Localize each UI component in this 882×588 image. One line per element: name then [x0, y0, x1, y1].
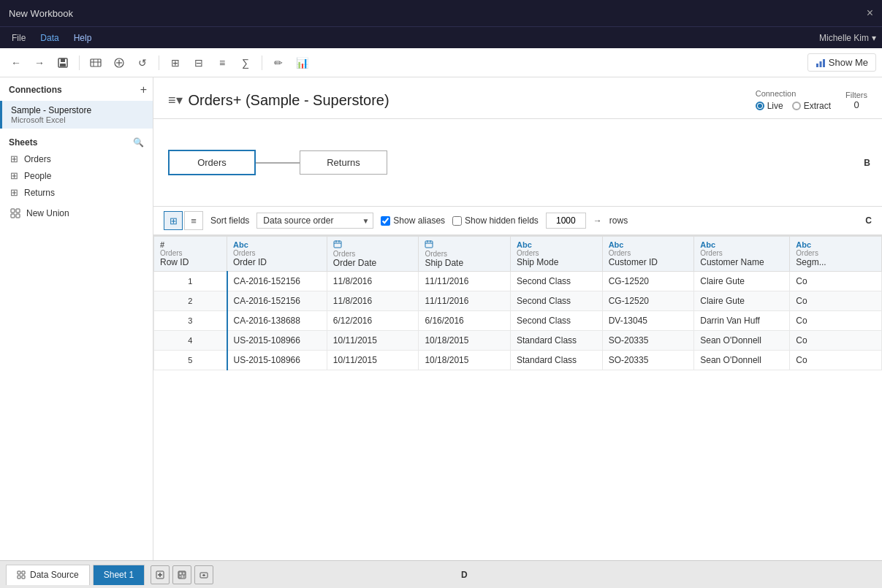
filters-section: Filters 0 [845, 91, 867, 110]
join-table-orders[interactable]: Orders [168, 150, 256, 175]
td-shipdate-3: 6/16/2016 [419, 311, 511, 331]
toolbar-btn-3[interactable]: ⊞ [165, 53, 186, 73]
th-customername-name: Customer Name [700, 257, 783, 267]
refresh-button[interactable]: ↺ [132, 53, 153, 73]
grid-view-button[interactable]: ⊞ [164, 211, 183, 230]
sheet1-tab[interactable]: Sheet 1 [93, 565, 145, 585]
add-sheet-button[interactable] [151, 565, 170, 584]
toolbar-btn-2[interactable] [109, 53, 129, 73]
view-toggle: ⊞ ≡ [164, 211, 203, 230]
save-button[interactable] [53, 53, 73, 73]
menu-items: File Data Help [6, 30, 97, 46]
svg-rect-1 [61, 58, 65, 62]
toolbar-separator-3 [262, 56, 262, 70]
svg-rect-35 [179, 576, 181, 578]
toolbar-btn-8[interactable]: 📊 [292, 53, 312, 73]
data-table: # Orders Row ID Abc Orders Order ID [153, 236, 882, 370]
svg-rect-14 [16, 209, 20, 213]
add-story-button[interactable] [194, 565, 213, 584]
show-me-button[interactable]: Show Me [807, 53, 876, 72]
nav-forward-button[interactable]: → [29, 53, 50, 73]
th-orderid-source: Orders [233, 249, 321, 257]
rows-label: rows [609, 215, 628, 226]
close-button[interactable]: × [867, 7, 873, 20]
td-shipmode-1: Second Class [511, 272, 603, 291]
show-aliases-label[interactable]: Show aliases [381, 215, 445, 226]
new-datasource-button[interactable] [85, 53, 106, 73]
live-option[interactable]: Live [756, 101, 783, 111]
new-union-item[interactable]: New Union [0, 204, 153, 223]
table-header-row: # Orders Row ID Abc Orders Order ID [154, 237, 882, 272]
td-shipdate-5: 10/18/2015 [419, 351, 511, 370]
menu-data[interactable]: Data [34, 30, 64, 46]
rows-input[interactable] [546, 213, 586, 229]
td-orderid-3: CA-2016-138688 [227, 311, 327, 331]
label-c: C [865, 215, 872, 226]
search-sheets-button[interactable]: 🔍 [133, 137, 144, 148]
label-b: B [864, 158, 870, 168]
connection-group: Connection Live Extract [756, 89, 831, 111]
tab-add-buttons [151, 565, 213, 584]
join-table-returns[interactable]: Returns [300, 150, 387, 175]
datasource-tab-label: Data Source [30, 570, 79, 580]
td-customername-5: Sean O'Donnell [694, 351, 790, 370]
svg-rect-11 [819, 61, 821, 67]
th-segment: Abc Orders Segm... [790, 237, 882, 272]
connection-sub: Microsoft Excel [11, 115, 144, 124]
svg-rect-2 [60, 64, 66, 66]
toolbar-btn-4[interactable]: ⊟ [189, 53, 209, 73]
live-radio[interactable] [756, 102, 764, 110]
sheet-item-orders[interactable]: ⊞ Orders [0, 150, 153, 167]
user-name: Michelle Kim [819, 33, 869, 43]
sheet-item-people[interactable]: ⊞ People [0, 167, 153, 184]
th-customername: Abc Orders Customer Name [694, 237, 790, 272]
extract-option[interactable]: Extract [792, 101, 831, 111]
toolbar-btn-7[interactable]: ✏ [268, 53, 289, 73]
menu-file[interactable]: File [6, 30, 31, 46]
show-hidden-label[interactable]: Show hidden fields [452, 215, 539, 226]
menu-help[interactable]: Help [68, 30, 98, 46]
td-customerid-5: SO-20335 [602, 351, 694, 370]
td-orderdate-5: 10/11/2015 [327, 351, 419, 370]
svg-rect-13 [11, 209, 15, 213]
join-area: Orders Returns B [153, 119, 882, 207]
th-rowid: # Orders Row ID [154, 237, 227, 272]
toolbar-separator-2 [159, 56, 159, 70]
title-bar: New Workbook × [0, 0, 882, 26]
td-segment-4: Co [790, 331, 882, 351]
toolbar-left: ← → ↺ ⊞ ⊟ [6, 53, 312, 73]
show-aliases-text: Show aliases [393, 215, 445, 226]
toolbar-btn-6[interactable]: ∑ [235, 53, 256, 73]
sort-select[interactable]: Data source order [256, 213, 373, 229]
sheet-item-returns[interactable]: ⊞ Returns [0, 184, 153, 201]
th-rowid-name: Row ID [160, 257, 221, 267]
show-hidden-checkbox[interactable] [452, 216, 462, 226]
td-orderdate-3: 6/12/2016 [327, 311, 419, 331]
td-rownum-4: 4 [154, 331, 227, 351]
sheet-icon-returns: ⊞ [10, 187, 18, 198]
sheet-label-people: People [24, 171, 51, 181]
list-view-button[interactable]: ≡ [184, 211, 203, 230]
nav-back-button[interactable]: ← [6, 53, 26, 73]
th-orderdate: Orders Order Date [327, 237, 419, 272]
add-dashboard-button[interactable] [172, 565, 191, 584]
td-shipdate-4: 10/18/2015 [419, 331, 511, 351]
live-label: Live [767, 101, 783, 111]
td-shipmode-4: Standard Class [511, 331, 603, 351]
connection-options: Live Extract [756, 101, 831, 111]
td-customerid-4: SO-20335 [602, 331, 694, 351]
datasource-title-group: ≡▾ Orders+ (Sample - Superstore) [168, 92, 389, 109]
th-orderid-name: Order ID [233, 257, 321, 267]
ds-menu-icon[interactable]: ≡▾ [168, 92, 183, 108]
sheet-icon-people: ⊞ [10, 170, 18, 181]
extract-radio[interactable] [792, 102, 801, 110]
td-rownum-3: 3 [154, 311, 227, 331]
add-connection-button[interactable]: + [140, 83, 147, 96]
user-arrow[interactable]: ▾ [872, 33, 876, 43]
show-aliases-checkbox[interactable] [381, 216, 390, 226]
label-d: D [461, 570, 468, 580]
th-rowid-type: # [160, 240, 221, 249]
connection-item[interactable]: Sample - Superstore Microsoft Excel [0, 101, 153, 129]
toolbar-btn-5[interactable]: ≡ [212, 53, 232, 73]
datasource-tab[interactable]: Data Source [6, 565, 90, 585]
